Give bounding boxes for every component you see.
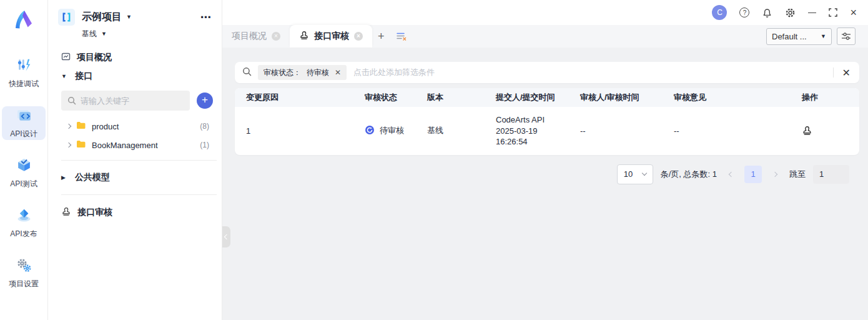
tab-project-overview[interactable]: 项目概况 × [222,25,290,48]
project-panel: 示例项目 ▼ ⋯ 基线 ▼ 项目概况 ▼ 接口 + [48,0,222,320]
overview-icon [61,52,71,63]
tree-item-count: (1) [200,141,209,149]
chip-remove-icon[interactable]: ✕ [335,68,341,77]
section-toggle-api[interactable]: ▼ 接口 [48,67,222,86]
maximize-icon[interactable] [829,8,837,17]
add-api-button[interactable]: + [197,92,213,109]
section-label: 公共模型 [75,172,110,183]
column-header: 变更原因 [235,88,353,107]
search-icon [242,67,252,79]
tree-item-product[interactable]: product (8) [48,117,222,136]
submit-date: 2025-03-19 [496,126,569,137]
prev-page-icon[interactable] [727,170,736,179]
cell-opinion: -- [663,107,791,155]
cell-submitter: CodeArts API 2025-03-19 16:26:54 [485,107,569,155]
tab-close-icon[interactable]: × [272,32,280,41]
folder-icon [76,121,86,131]
minimize-icon[interactable] [808,12,816,13]
sidebar-item-label: 接口审核 [77,207,112,218]
project-switch-caret-icon[interactable]: ▼ [126,14,132,20]
environment-select[interactable]: Default ... ▼ [766,28,832,45]
tab-label: 项目概况 [232,31,267,42]
cell-review-status: 待审核 [353,107,416,155]
close-all-tabs-icon[interactable] [390,25,413,48]
close-window-icon[interactable]: × [850,7,857,18]
divider [833,68,834,78]
tab-strip: 项目概况 × 接口审核 × + Default ... [222,25,868,48]
section-toggle-common-model[interactable]: ▶ 公共模型 [48,166,222,189]
rail-item-api-publish[interactable]: API发布 [2,206,46,240]
column-header: 提交人/提交时间 [485,88,569,107]
table-row: 1 待审核 [235,107,859,155]
column-header: 审核意见 [663,88,791,107]
chevron-right-icon: ▶ [61,174,69,181]
tree-item-name: product [92,122,119,131]
column-header: 版本 [416,88,485,107]
user-avatar[interactable]: C [712,5,727,20]
tree-item-count: (8) [200,122,209,131]
new-tab-button[interactable]: + [372,25,390,48]
cell-reviewer: -- [569,107,663,155]
review-page: 审核状态： 待审核 ✕ 点击此处添加筛选条件 ✕ 变更原因 审核状态 [222,48,868,320]
submitter-name: CodeArts API [496,114,569,126]
rail-item-api-design[interactable]: API设计 [2,106,46,140]
rail-item-api-test[interactable]: API测试 [2,156,46,190]
sidebar-item-api-review[interactable]: 接口审核 [48,201,222,224]
divider [61,194,217,195]
stamp-icon [61,207,71,219]
folder-icon [76,140,86,150]
notification-bell-icon[interactable] [762,8,772,18]
rail-item-quick-debug[interactable]: 快捷调试 [2,56,46,90]
tree-item-bookmanagement[interactable]: BookManagement (1) [48,136,222,154]
stamp-icon [299,31,309,42]
filter-bar[interactable]: 审核状态： 待审核 ✕ 点击此处添加筛选条件 ✕ [235,62,859,83]
review-action-button[interactable] [802,126,812,136]
rail-item-label: API设计 [10,129,37,139]
divider [61,160,217,161]
column-header: 审核状态 [353,88,416,107]
collapse-panel-handle[interactable] [222,226,230,248]
page-number-button[interactable]: 1 [744,166,762,183]
chevron-right-icon[interactable] [66,142,71,148]
project-icon [58,9,75,26]
rail-item-project-settings[interactable]: 项目设置 [2,256,46,290]
page-size-value: 10 [624,169,633,179]
project-name[interactable]: 示例项目 [82,11,122,24]
search-icon [67,96,76,108]
main-area: C ? × 项目概况 × [222,0,868,320]
jump-label: 跳至 [789,169,806,180]
api-publish-icon [16,207,32,226]
window-topbar: C ? × [222,0,868,25]
clear-filter-icon[interactable]: ✕ [840,67,853,79]
cell-actions [791,107,859,155]
jump-page-input[interactable] [813,165,849,184]
filter-chip-review-status[interactable]: 审核状态： 待审核 ✕ [258,65,347,80]
column-header: 操作 [791,88,859,107]
sidebar-item-overview[interactable]: 项目概况 [48,48,222,67]
rail-item-label: 项目设置 [9,279,39,289]
branch-selector[interactable]: 基线 ▼ [82,29,222,39]
settings-gear-icon[interactable] [785,8,796,18]
tab-label: 接口审核 [314,31,349,42]
sidebar-item-label: 项目概况 [77,52,112,63]
tab-api-review[interactable]: 接口审核 × [290,25,372,48]
search-input[interactable] [61,91,190,111]
environment-settings-button[interactable] [837,28,856,45]
filter-placeholder[interactable]: 点击此处添加筛选条件 [353,67,435,78]
app-logo-icon[interactable] [11,8,36,35]
quick-debug-icon [16,57,32,76]
help-icon[interactable]: ? [739,8,749,18]
api-search [61,91,190,111]
status-text: 待审核 [380,125,404,136]
tab-close-icon[interactable]: × [354,32,363,41]
section-label: 接口 [75,71,92,82]
next-page-icon[interactable] [771,170,779,179]
pagination: 10 条/页, 总条数: 1 1 跳至 [235,164,849,184]
api-design-icon [16,107,32,126]
page-size-select[interactable]: 10 [617,164,653,184]
chevron-right-icon[interactable] [66,124,71,129]
rail-item-label: 快捷调试 [9,79,39,89]
branch-caret-icon: ▼ [101,31,107,37]
project-more-button[interactable]: ⋯ [200,11,212,24]
chevron-down-icon: ▼ [821,34,826,39]
